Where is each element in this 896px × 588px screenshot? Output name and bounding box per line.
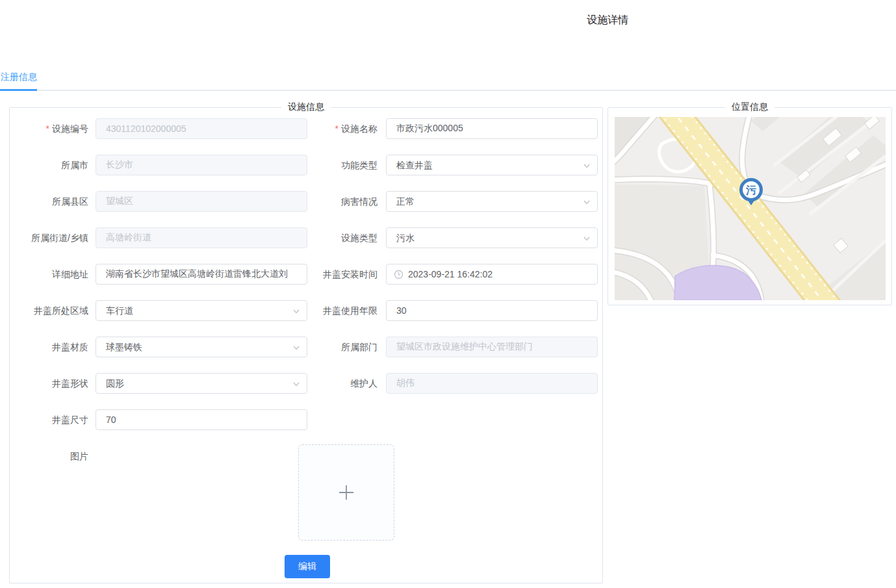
maintainer-label: 维护人 — [261, 373, 378, 394]
section-legend-location: 位置信息 — [725, 101, 774, 113]
form-row: 所属街道/乡镇 设施类型 污水 — [10, 227, 602, 248]
facility-code-label: *设施编号 — [10, 118, 88, 139]
required-mark: * — [335, 123, 339, 134]
required-mark: * — [46, 123, 49, 134]
cover-size-label: 井盖尺寸 — [10, 409, 88, 430]
maintainer-input — [386, 373, 598, 394]
city-label: 所属市 — [10, 155, 88, 175]
image-upload[interactable] — [298, 444, 394, 541]
location-map[interactable]: 污 — [615, 117, 886, 300]
chevron-down-icon — [582, 161, 591, 170]
cover-shape-label: 井盖形状 — [10, 373, 88, 394]
facility-name-input[interactable] — [386, 118, 598, 139]
service-years-label: 井盖使用年限 — [261, 300, 378, 321]
form-row: *设施编号 *设施名称 — [10, 118, 602, 139]
cover-size-input[interactable] — [96, 409, 307, 430]
facility-name-label: *设施名称 — [261, 118, 378, 139]
edit-button[interactable]: 编辑 — [285, 555, 330, 578]
plus-icon — [337, 483, 355, 502]
facility-type-select[interactable]: 污水 — [386, 227, 598, 248]
clock-icon — [394, 270, 403, 279]
function-type-select[interactable]: 检查井盖 — [386, 155, 598, 175]
address-label: 详细地址 — [10, 264, 88, 285]
department-label: 所属部门 — [261, 337, 378, 357]
function-type-label: 功能类型 — [261, 155, 378, 175]
tab-bar: 注册信息 — [0, 67, 896, 91]
image-label: 图片 — [10, 446, 88, 467]
install-time-label: 井盖安装时间 — [261, 264, 378, 285]
page-title: 设施详情 — [587, 14, 628, 27]
facility-detail-page: 设施详情 注册信息 设施信息 *设施编号 *设施名称 所属市 功能类型 检查井盖… — [0, 0, 896, 588]
chevron-down-icon — [582, 198, 591, 207]
facility-info-panel: 设施信息 *设施编号 *设施名称 所属市 功能类型 检查井盖 所属县区 病害情况… — [9, 107, 603, 583]
form-row: 详细地址 井盖安装时间 2023-09-21 16:42:02 — [10, 264, 602, 285]
form-row: 所属县区 病害情况 正常 — [10, 191, 602, 212]
tab-register-info[interactable]: 注册信息 — [1, 71, 37, 83]
service-years-input[interactable] — [386, 300, 598, 321]
cover-area-label: 井盖所处区域 — [10, 300, 88, 321]
facility-type-label: 设施类型 — [261, 227, 378, 248]
form-row: 井盖所处区域 车行道 井盖使用年限 — [10, 300, 602, 321]
tab-active-indicator — [0, 89, 37, 91]
street-label: 所属街道/乡镇 — [10, 227, 88, 248]
form-row: 井盖尺寸 — [10, 409, 602, 430]
form-row: 井盖形状 圆形 维护人 — [10, 373, 602, 394]
section-legend-facility: 设施信息 — [281, 101, 331, 113]
location-info-panel: 位置信息 — [608, 107, 892, 305]
form-row: 井盖材质 球墨铸铁 所属部门 — [10, 337, 602, 357]
marker-glyph: 污 — [745, 185, 756, 196]
chevron-down-icon — [582, 234, 591, 243]
department-input — [386, 337, 598, 357]
install-time-picker[interactable]: 2023-09-21 16:42:02 — [386, 264, 598, 285]
cover-material-label: 井盖材质 — [10, 337, 88, 357]
map-canvas: 污 — [615, 117, 886, 300]
district-label: 所属县区 — [10, 191, 88, 212]
disease-status-select[interactable]: 正常 — [386, 191, 598, 212]
form-row: 所属市 功能类型 检查井盖 — [10, 155, 602, 175]
disease-status-label: 病害情况 — [261, 191, 378, 212]
